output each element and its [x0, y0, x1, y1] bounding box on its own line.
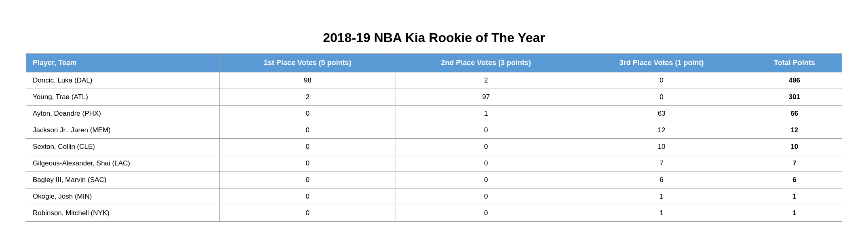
cell-total: 301: [747, 89, 842, 106]
cell-total: 12: [747, 122, 842, 139]
cell-second: 0: [396, 139, 576, 155]
cell-player: Robinson, Mitchell (NYK): [26, 205, 220, 222]
rookie-table: Player, Team 1st Place Votes (5 points) …: [26, 53, 842, 222]
table-row: Jackson Jr., Jaren (MEM)001212: [26, 122, 842, 139]
cell-first: 0: [219, 172, 396, 188]
table-row: Robinson, Mitchell (NYK)0011: [26, 205, 842, 222]
cell-second: 0: [396, 172, 576, 188]
cell-total: 6: [747, 172, 842, 188]
cell-third: 7: [576, 155, 747, 172]
cell-first: 0: [219, 188, 396, 205]
cell-first: 0: [219, 155, 396, 172]
cell-first: 0: [219, 106, 396, 122]
col-header-total: Total Points: [747, 54, 842, 72]
table-row: Ayton, Deandre (PHX)016366: [26, 106, 842, 122]
cell-player: Young, Trae (ATL): [26, 89, 220, 106]
cell-player: Ayton, Deandre (PHX): [26, 106, 220, 122]
col-header-player: Player, Team: [26, 54, 220, 72]
page-title: 2018-19 NBA Kia Rookie of The Year: [26, 30, 842, 45]
cell-second: 0: [396, 188, 576, 205]
col-header-third: 3rd Place Votes (1 point): [576, 54, 747, 72]
cell-third: 1: [576, 188, 747, 205]
cell-player: Okogie, Josh (MIN): [26, 188, 220, 205]
cell-first: 98: [219, 72, 396, 89]
cell-third: 10: [576, 139, 747, 155]
cell-first: 2: [219, 89, 396, 106]
cell-third: 6: [576, 172, 747, 188]
table-row: Okogie, Josh (MIN)0011: [26, 188, 842, 205]
cell-third: 0: [576, 72, 747, 89]
table-header-row: Player, Team 1st Place Votes (5 points) …: [26, 54, 842, 72]
col-header-first: 1st Place Votes (5 points): [219, 54, 396, 72]
cell-second: 0: [396, 155, 576, 172]
cell-third: 12: [576, 122, 747, 139]
table-row: Gilgeous-Alexander, Shai (LAC)0077: [26, 155, 842, 172]
cell-second: 0: [396, 122, 576, 139]
cell-third: 0: [576, 89, 747, 106]
col-header-second: 2nd Place Votes (3 points): [396, 54, 576, 72]
cell-first: 0: [219, 139, 396, 155]
cell-total: 1: [747, 188, 842, 205]
cell-second: 0: [396, 205, 576, 222]
cell-total: 10: [747, 139, 842, 155]
cell-total: 7: [747, 155, 842, 172]
table-row: Young, Trae (ATL)2970301: [26, 89, 842, 106]
cell-third: 63: [576, 106, 747, 122]
cell-second: 97: [396, 89, 576, 106]
cell-first: 0: [219, 205, 396, 222]
cell-player: Jackson Jr., Jaren (MEM): [26, 122, 220, 139]
table-row: Sexton, Collin (CLE)001010: [26, 139, 842, 155]
cell-total: 66: [747, 106, 842, 122]
cell-player: Sexton, Collin (CLE): [26, 139, 220, 155]
cell-player: Bagley III, Marvin (SAC): [26, 172, 220, 188]
table-row: Bagley III, Marvin (SAC)0066: [26, 172, 842, 188]
cell-total: 1: [747, 205, 842, 222]
cell-total: 496: [747, 72, 842, 89]
cell-player: Gilgeous-Alexander, Shai (LAC): [26, 155, 220, 172]
cell-third: 1: [576, 205, 747, 222]
cell-second: 1: [396, 106, 576, 122]
main-container: 2018-19 NBA Kia Rookie of The Year Playe…: [10, 22, 858, 230]
cell-second: 2: [396, 72, 576, 89]
cell-player: Doncic, Luka (DAL): [26, 72, 220, 89]
table-row: Doncic, Luka (DAL)9820496: [26, 72, 842, 89]
cell-first: 0: [219, 122, 396, 139]
